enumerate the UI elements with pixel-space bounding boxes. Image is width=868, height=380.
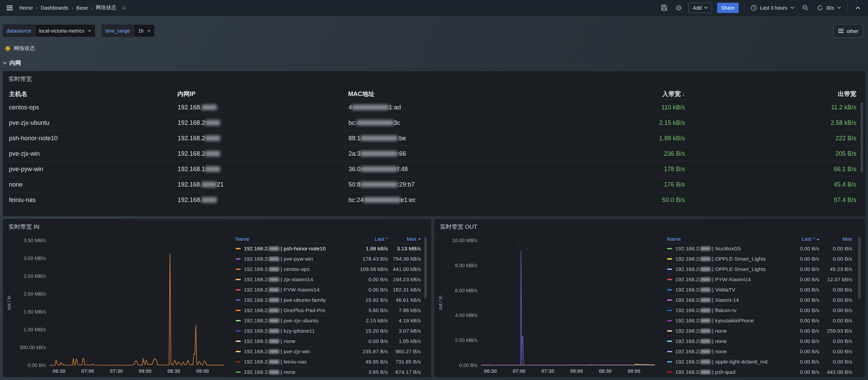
redacted-blur bbox=[269, 298, 279, 302]
series-color-icon bbox=[667, 279, 672, 280]
legend-max-value: 12.07 kB/s bbox=[819, 276, 852, 283]
dashboard-text-title: 网络状态 bbox=[4, 45, 35, 52]
legend-last-value: 0.00 B/s bbox=[336, 338, 388, 344]
table-scrollbar[interactable] bbox=[860, 102, 863, 173]
legend-name-header[interactable]: Name bbox=[236, 236, 336, 242]
clock-icon bbox=[751, 5, 757, 11]
legend-series-name[interactable]: 192.168.2. | NucBoxG5 bbox=[667, 246, 768, 252]
legend-row: 192.168.2. | NucBoxG5 0.00 B/s 0.00 B/s bbox=[667, 243, 858, 253]
breadcrumb: Home›Dashboards›Base›网络状态 bbox=[19, 4, 116, 11]
svg-text:09:00: 09:00 bbox=[196, 368, 209, 374]
time-range-variable-label: time_range bbox=[102, 24, 134, 37]
add-button[interactable]: Add bbox=[689, 3, 712, 13]
svg-text:1.00 MB/s: 1.00 MB/s bbox=[24, 327, 46, 332]
other-button[interactable]: other bbox=[833, 24, 863, 38]
column-header[interactable]: 出带宽 bbox=[689, 88, 862, 100]
legend-last-header[interactable]: Last * bbox=[768, 236, 819, 242]
legend-series-name[interactable]: 192.168.2. | kyoutakkiiPhone bbox=[667, 318, 768, 324]
legend-series-name[interactable]: 192.168.2. | centos-ops bbox=[236, 266, 336, 272]
top-nav-bar: Home›Dashboards›Base›网络状态 ☆ Add Share La… bbox=[0, 0, 868, 16]
column-header[interactable]: 内网IP bbox=[174, 88, 345, 100]
settings-gear-icon[interactable] bbox=[674, 3, 683, 13]
legend-series-name[interactable]: 192.168.2. | OPPLE-Smart_Lights bbox=[667, 256, 768, 262]
mac-cell: bc:24e1:ec bbox=[345, 192, 516, 207]
legend-last-value: 178.43 B/s bbox=[336, 256, 388, 262]
mac-cell: 50:8:29:b7 bbox=[345, 177, 516, 192]
legend-series-name[interactable]: 192.168.2. | none bbox=[667, 348, 768, 355]
svg-text:07:00: 07:00 bbox=[513, 368, 525, 374]
legend-series-name[interactable]: 192.168.2. | zjx-xiaomi14 bbox=[236, 276, 336, 283]
legend-last-header[interactable]: Last * bbox=[336, 236, 388, 242]
legend-max-value: 0.00 B/s bbox=[819, 359, 852, 365]
legend-last-value: 0.00 B/s bbox=[768, 307, 819, 313]
redacted-blur bbox=[269, 349, 279, 354]
legend-max-header[interactable]: Max bbox=[388, 236, 421, 242]
breadcrumb-item[interactable]: Base bbox=[76, 5, 88, 11]
legend-series-name[interactable]: 192.168.2. | psh-ipad bbox=[667, 369, 768, 375]
section-row-intranet[interactable]: 内网 bbox=[3, 59, 21, 67]
breadcrumb-item[interactable]: Dashboards bbox=[41, 5, 69, 11]
legend-series-name[interactable]: 192.168.2. | OnePlus-Pad-Pro bbox=[236, 307, 336, 313]
redacted-blur bbox=[700, 339, 711, 343]
redacted-blur bbox=[700, 370, 711, 374]
panel-title[interactable]: 实时带宽 bbox=[3, 71, 865, 83]
legend-series-name[interactable]: 192.168.2. | pve-ubuntu-family bbox=[236, 297, 336, 303]
menu-icon bbox=[838, 29, 844, 33]
svg-text:10.00 MB/s: 10.00 MB/s bbox=[452, 238, 477, 243]
refresh-control[interactable]: 30s bbox=[816, 3, 842, 13]
legend-last-value: 0.00 B/s bbox=[336, 276, 388, 283]
breadcrumb-item[interactable]: 网络状态 bbox=[96, 4, 116, 11]
table-row: none 192.168.21 50:8:29:b7 176 B/s 45.4 … bbox=[3, 177, 865, 192]
legend-series-name[interactable]: 192.168.2. | feiniu-nas bbox=[236, 359, 336, 365]
legend-series-name[interactable]: 192.168.2. | pve-zjx-win bbox=[236, 348, 336, 355]
column-header[interactable]: 入带宽↓ bbox=[516, 88, 689, 100]
redacted-blur bbox=[269, 288, 279, 292]
column-header[interactable]: 主机名 bbox=[6, 88, 174, 100]
legend-series-name[interactable]: 192.168.2. | Xiaomi-14 bbox=[667, 297, 768, 303]
zoom-out-icon[interactable] bbox=[801, 3, 810, 13]
legend-series-name[interactable]: 192.168.2. | OPPLE-Smart_Lights bbox=[667, 266, 768, 272]
legend-series-name[interactable]: 192.168.2. | ViddaTV bbox=[667, 287, 768, 293]
column-header[interactable]: MAC地址 bbox=[345, 88, 516, 100]
legend-scrollbar[interactable] bbox=[858, 237, 861, 299]
time-range-picker[interactable]: Last 3 hours bbox=[749, 3, 796, 13]
host-cell: pve-pyw-win bbox=[6, 162, 174, 177]
legend-series-name[interactable]: 192.168.2. | PYW-Xiaomi14 bbox=[667, 276, 768, 283]
star-icon[interactable]: ☆ bbox=[121, 5, 126, 11]
time-range-variable-value[interactable]: 1h bbox=[134, 24, 154, 37]
legend-series-name[interactable]: 192.168.2. | none bbox=[236, 338, 336, 344]
series-color-icon bbox=[236, 279, 241, 280]
svg-text:06:30: 06:30 bbox=[484, 368, 497, 374]
legend-series-name[interactable]: 192.168.2. | kzy-iphone11 bbox=[236, 328, 336, 334]
save-icon[interactable] bbox=[659, 3, 669, 13]
datasource-variable-value[interactable]: local-victoria-metrics bbox=[35, 24, 95, 37]
legend-series-name[interactable]: 192.168.2. | PYW-Xiaomi14 bbox=[236, 287, 336, 293]
legend-series-name[interactable]: 192.168.2. | none bbox=[667, 328, 768, 334]
breadcrumb-item[interactable]: Home bbox=[19, 5, 33, 11]
legend-name-header[interactable]: Name bbox=[667, 236, 768, 242]
legend-series-name[interactable]: 192.168.2. | pve-zjx-ubuntu bbox=[236, 318, 336, 324]
breadcrumb-separator: › bbox=[91, 5, 93, 11]
legend-series-name[interactable]: 192.168.2. | ffalcon-tv bbox=[667, 307, 768, 313]
legend-max-header[interactable]: Max bbox=[819, 236, 852, 242]
legend-row: 192.168.2. | none 3.85 B/s 674.17 B/s bbox=[236, 367, 426, 377]
svg-text:06:30: 06:30 bbox=[52, 368, 65, 374]
legend-series-name[interactable]: 192.168.2. | opple-light-dcfan8_mibtE63F bbox=[667, 359, 768, 365]
legend-scrollbar[interactable] bbox=[424, 237, 427, 299]
legend-last-value: 0.00 B/s bbox=[768, 369, 819, 375]
collapse-up-button[interactable] bbox=[853, 3, 863, 13]
series-color-icon bbox=[236, 310, 241, 311]
legend-max-value: 960.27 B/s bbox=[388, 348, 421, 355]
legend-series-name[interactable]: 192.168.2. | none bbox=[667, 338, 768, 344]
legend-series-name[interactable]: 192.168.2. | pve-pyw-win bbox=[236, 256, 336, 262]
share-button[interactable]: Share bbox=[717, 3, 739, 13]
redacted-blur bbox=[202, 105, 217, 110]
redacted-blur bbox=[269, 360, 279, 364]
legend-series-name[interactable]: 192.168.2. | psh-honor-note10 bbox=[236, 246, 336, 252]
svg-text:0.00 B/s: 0.00 B/s bbox=[459, 363, 477, 368]
series-color-icon bbox=[236, 361, 241, 363]
legend-last-value: 0.00 B/s bbox=[768, 246, 819, 252]
svg-text:3.00 MB/s: 3.00 MB/s bbox=[24, 256, 46, 261]
legend-series-name[interactable]: 192.168.2. | none bbox=[236, 369, 336, 375]
hamburger-menu-icon[interactable] bbox=[5, 3, 14, 13]
